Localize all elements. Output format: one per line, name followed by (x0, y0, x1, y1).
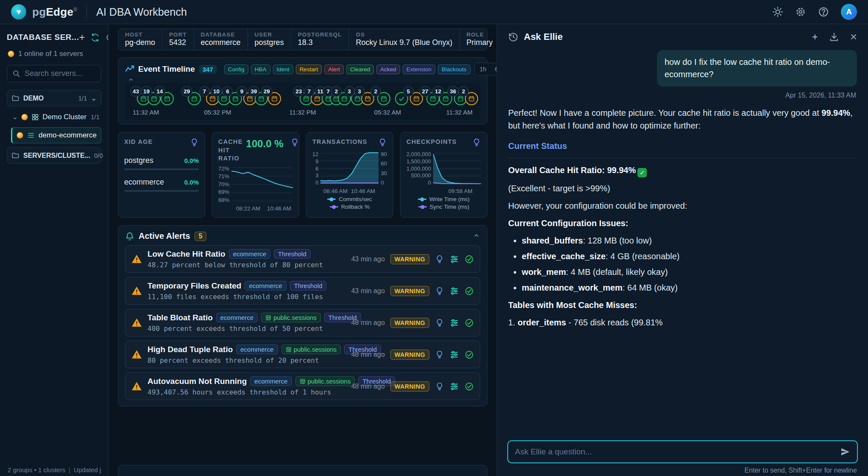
check-emoji-icon: ✓ (637, 168, 647, 177)
collapse-chevron-up-icon[interactable] (473, 232, 480, 241)
insight-lightbulb-icon[interactable] (435, 382, 444, 391)
alert-row[interactable]: High Dead Tuple Ratioecommercepublic.ses… (125, 341, 480, 368)
insight-lightbulb-icon[interactable] (290, 138, 299, 148)
app-title: AI DBA Workbench (96, 6, 187, 18)
tree-group-demo[interactable]: DEMO 1/1 ⌄ (7, 90, 101, 106)
time-range-1h[interactable]: 1h (476, 64, 491, 74)
chevron-down-icon[interactable]: ⌄ (91, 94, 97, 102)
event-count: 2 (458, 86, 469, 97)
close-icon[interactable]: × (850, 32, 857, 42)
event-filter-chip-cleared[interactable]: Cleared (346, 64, 374, 74)
y-tick-label: 3 (312, 172, 318, 179)
threshold-sliders-icon[interactable] (450, 318, 459, 328)
topbar-divider (86, 6, 87, 18)
insight-lightbulb-icon[interactable] (190, 138, 199, 148)
send-icon[interactable] (840, 447, 850, 457)
server-list-icon (27, 132, 35, 139)
tree-cluster-demo[interactable]: ⌄ Demo Cluster 1/1 (7, 110, 101, 123)
brand-registered-mark: ® (73, 7, 77, 13)
alert-title: Autovacuum Not Running (147, 377, 247, 386)
database-name: postgres (124, 156, 153, 165)
cluster-grid-icon (31, 113, 39, 121)
active-alerts-card: Active Alerts 5 Low Cache Hit Ratioecomm… (118, 225, 487, 406)
event-filter-chip-hba[interactable]: HBA (251, 64, 270, 74)
server-sidebar: DATABASE SER... + 1 online of 1 servers (0, 24, 108, 476)
alert-row[interactable]: Temporary Files CreatedecommerceThreshol… (125, 277, 480, 305)
insight-lightbulb-icon[interactable] (435, 350, 444, 359)
add-server-icon[interactable]: + (79, 33, 85, 42)
chat-bullet-item: shared_buffers: 128 MB (too low) (522, 234, 857, 247)
timeline-event-badge[interactable]: 2 (372, 89, 391, 107)
tree-group-servers-clusters[interactable]: SERVERS/CLUSTE... 0/0 ⌄ (7, 147, 101, 164)
user-avatar[interactable]: A (841, 4, 857, 20)
settings-gear-icon[interactable] (795, 6, 806, 17)
threshold-sliders-icon[interactable] (450, 286, 459, 296)
new-chat-icon[interactable]: + (812, 33, 818, 41)
alert-row[interactable]: Table Bloat Ratioecommercepublic.session… (125, 309, 480, 336)
xid-age-rows: postgres0.0%ecommerce0.0% (124, 148, 199, 192)
history-icon[interactable] (508, 32, 518, 42)
insight-lightbulb-icon[interactable] (378, 138, 387, 148)
updated-text: Updated just now (74, 466, 101, 473)
help-icon[interactable] (818, 6, 829, 17)
timeline-event-badge[interactable]: 14 (156, 89, 174, 107)
acknowledge-check-icon[interactable] (465, 382, 474, 391)
alert-row[interactable]: Low Cache Hit RatioecommerceThreshold48.… (125, 245, 480, 273)
topbar-actions: A (772, 4, 857, 20)
group-summary-text: 2 groups • 1 clusters (8, 466, 65, 473)
event-filter-chip-alert[interactable]: Alert (324, 64, 344, 74)
bell-icon (125, 232, 134, 241)
timeline-event-badge[interactable]: 29 (263, 89, 281, 107)
event-timeline-header: Event Timeline 347 ConfigHBAIdentRestart… (125, 63, 480, 76)
event-filter-chip-extension[interactable]: Extension (403, 64, 435, 74)
acknowledge-check-icon[interactable] (465, 350, 474, 359)
alert-row[interactable]: Autovacuum Not Runningecommercepublic.se… (125, 372, 480, 400)
event-filter-chip-acked[interactable]: Acked (376, 64, 400, 74)
collapse-caret-icon[interactable] (128, 76, 480, 82)
tree-server-demo-ecommerce[interactable]: demo-ecommerce (11, 127, 101, 143)
connection-infobar: HOSTpg-demoPORT5432DATABASEecommerceUSER… (118, 28, 487, 50)
chat-input[interactable] (515, 447, 836, 456)
chat-actions: + × (812, 32, 857, 42)
timeline-event-badge[interactable]: 2 (460, 89, 479, 107)
theme-toggle-sun-icon[interactable] (772, 6, 783, 17)
event-count: 36 (447, 86, 459, 97)
threshold-sliders-icon[interactable] (450, 382, 459, 391)
y-tick-label: 500,000 (406, 172, 431, 179)
insight-lightbulb-icon[interactable] (472, 138, 481, 148)
event-filter-chip-config[interactable]: Config (224, 64, 248, 74)
timeline-time-label: 05:32 AM (374, 109, 401, 116)
time-range-6h[interactable]: 6h (491, 64, 497, 74)
server-status-text: 1 online of 1 servers (18, 50, 83, 58)
xid-db-row: postgres0.0% (124, 156, 199, 170)
event-count: 2 (331, 86, 342, 97)
insight-lightbulb-icon[interactable] (435, 255, 444, 264)
timeline-event-badge[interactable]: 29 (183, 89, 201, 107)
event-count: 12 (432, 86, 444, 97)
event-filter-chip-blackouts[interactable]: Blackouts (438, 64, 470, 74)
acknowledge-check-icon[interactable] (465, 318, 474, 328)
threshold-sliders-icon[interactable] (450, 350, 459, 359)
alert-severity-badge: WARNING (390, 254, 429, 264)
legend-label: Sync Time (ms) (430, 204, 470, 210)
sync-icon[interactable] (91, 33, 100, 42)
info-field-value: ecommerce (201, 38, 241, 47)
folder-icon (11, 151, 19, 160)
search-input[interactable] (25, 69, 96, 78)
user-message-bubble: how do I fix the low cache hit ratio on … (657, 50, 857, 87)
acknowledge-check-icon[interactable] (465, 286, 474, 296)
insight-lightbulb-icon[interactable] (435, 286, 444, 296)
event-filter-chip-ident[interactable]: Ident (273, 64, 293, 74)
threshold-sliders-icon[interactable] (450, 255, 459, 264)
chevron-down-icon[interactable]: ⌄ (12, 112, 18, 121)
export-download-icon[interactable] (829, 32, 839, 42)
x-tick-label: 10:46 AM (351, 188, 375, 194)
chat-bullet-list: shared_buffers: 128 MB (too low)effectiv… (522, 234, 857, 294)
acknowledge-check-icon[interactable] (465, 255, 474, 264)
alert-severity-badge: WARNING (390, 381, 429, 392)
insight-lightbulb-icon[interactable] (435, 318, 444, 328)
y-tick-label: 1,000,000 (406, 165, 431, 172)
alert-tag-db: ecommerce (229, 249, 270, 259)
event-filter-chip-restart[interactable]: Restart (296, 64, 322, 74)
info-field-user: USERpostgres (248, 29, 291, 50)
